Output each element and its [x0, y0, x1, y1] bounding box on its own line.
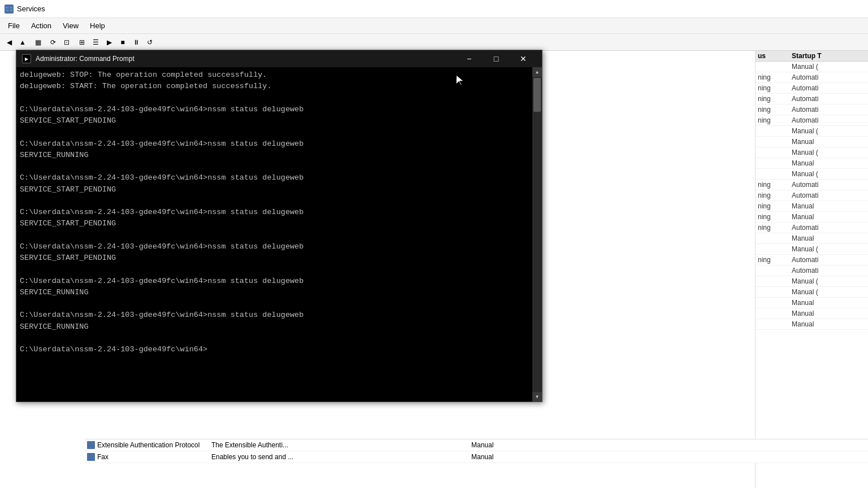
partial-row[interactable]: Manual: [756, 137, 868, 147]
partial-row[interactable]: Manual: [756, 233, 868, 244]
row-status: ning: [756, 255, 789, 265]
toolbar-stop[interactable]: ■: [116, 36, 129, 49]
toolbar-list[interactable]: ☰: [89, 36, 102, 49]
partial-row[interactable]: Manual: [756, 298, 868, 308]
partial-row[interactable]: ning Automati: [756, 83, 868, 94]
partial-row[interactable]: ning Automati: [756, 180, 868, 190]
close-button[interactable]: ✕: [510, 50, 536, 67]
row-startup: Manual (: [789, 244, 868, 254]
partial-row[interactable]: ning Automati: [756, 72, 868, 83]
scroll-track[interactable]: [532, 77, 542, 392]
toolbar-up[interactable]: ▲: [16, 36, 29, 49]
partial-table-header: us Startup T: [756, 51, 868, 62]
bottom-service-row[interactable]: Extensible Authentication Protocol The E…: [85, 439, 868, 451]
partial-row[interactable]: ning Manual: [756, 201, 868, 212]
partial-row[interactable]: ning Automati: [756, 223, 868, 233]
toolbar-back[interactable]: ◀: [3, 36, 15, 49]
row-status: [756, 137, 789, 147]
scroll-down-button[interactable]: ▼: [532, 392, 542, 402]
row-status: [756, 147, 789, 158]
bottom-service-rows: Extensible Authentication Protocol The E…: [85, 439, 868, 463]
menu-help[interactable]: Help: [84, 20, 111, 31]
partial-row[interactable]: Manual: [756, 308, 868, 319]
row-startup: Manual (: [789, 287, 868, 297]
services-icon: [5, 5, 14, 14]
row-status: ning: [756, 201, 789, 211]
partial-row[interactable]: Manual (: [756, 147, 868, 158]
services-partial-table: us Startup T Manual ( ning Automati ning…: [755, 51, 868, 488]
col-header-startup: Startup T: [789, 51, 868, 61]
row-startup: Automati: [789, 83, 868, 93]
toolbar-properties[interactable]: ⊞: [76, 36, 88, 49]
svc-desc: Enables you to send and ...: [209, 452, 424, 461]
partial-row[interactable]: ning Automati: [756, 94, 868, 104]
toolbar-restart[interactable]: ↺: [144, 36, 156, 49]
partial-row[interactable]: Automati: [756, 265, 868, 276]
row-startup: Manual: [789, 233, 868, 243]
partial-row[interactable]: Manual: [756, 158, 868, 169]
row-status: ning: [756, 190, 789, 201]
scroll-thumb[interactable]: [533, 78, 541, 112]
row-startup: Automati: [789, 72, 868, 82]
partial-row[interactable]: Manual (: [756, 244, 868, 255]
cmd-titlebar[interactable]: Administrator: Command Prompt − □ ✕: [16, 50, 542, 67]
partial-row[interactable]: ning Automati: [756, 104, 868, 115]
menu-file[interactable]: File: [2, 20, 25, 31]
scroll-up-button[interactable]: ▲: [532, 67, 542, 77]
row-status: [756, 265, 789, 276]
row-status: ning: [756, 223, 789, 233]
svc-name: Extensible Authentication Protocol: [85, 441, 209, 450]
row-status: [756, 319, 789, 329]
toolbar-export[interactable]: ⊡: [60, 36, 73, 49]
toolbar-show-hide[interactable]: ▦: [30, 36, 46, 49]
partial-row[interactable]: Manual (: [756, 276, 868, 287]
minimize-button[interactable]: −: [456, 50, 482, 67]
services-menubar: File Action View Help: [0, 18, 868, 34]
menu-action[interactable]: Action: [25, 20, 57, 31]
cmd-content-area: delugeweb: STOP: The operation completed…: [16, 67, 542, 402]
row-startup: Manual (: [789, 147, 868, 158]
svg-rect-0: [6, 7, 8, 8]
services-titlebar: Services: [0, 0, 868, 18]
partial-row[interactable]: Manual (: [756, 287, 868, 298]
window-controls: − □ ✕: [456, 50, 536, 67]
row-status: [756, 287, 789, 297]
row-startup: Manual: [789, 212, 868, 222]
cmd-text-area[interactable]: delugeweb: STOP: The operation completed…: [16, 67, 532, 402]
svc-startup: Manual: [469, 452, 868, 461]
row-startup: Manual (: [789, 126, 868, 136]
bottom-service-row[interactable]: Fax Enables you to send and ... Manual: [85, 451, 868, 463]
row-startup: Automati: [789, 255, 868, 265]
partial-rows: Manual ( ning Automati ning Automati nin…: [756, 62, 868, 330]
col-header-status: us: [756, 51, 789, 61]
partial-row[interactable]: Manual (: [756, 169, 868, 180]
svc-name: Fax: [85, 452, 209, 461]
partial-row[interactable]: ning Automati: [756, 255, 868, 265]
row-startup: Automati: [789, 115, 868, 125]
partial-row[interactable]: ning Automati: [756, 115, 868, 126]
partial-row[interactable]: ning Automati: [756, 190, 868, 201]
row-startup: Automati: [789, 223, 868, 233]
svc-startup: Manual: [469, 441, 868, 450]
row-status: [756, 244, 789, 254]
cmd-icon: [22, 54, 31, 63]
partial-row[interactable]: Manual (: [756, 62, 868, 72]
row-status: ning: [756, 180, 789, 190]
maximize-button[interactable]: □: [483, 50, 509, 67]
cmd-scrollbar[interactable]: ▲ ▼: [532, 67, 542, 402]
row-startup: Manual: [789, 158, 868, 168]
row-startup: Manual (: [789, 276, 868, 286]
toolbar-play[interactable]: ▶: [103, 36, 115, 49]
toolbar-refresh[interactable]: ⟳: [47, 36, 59, 49]
row-startup: Automati: [789, 265, 868, 276]
partial-row[interactable]: Manual: [756, 319, 868, 330]
partial-row[interactable]: ning Manual: [756, 212, 868, 223]
partial-row[interactable]: Manual (: [756, 126, 868, 137]
bottom-services-area: Extensible Authentication Protocol The E…: [85, 439, 868, 463]
row-startup: Manual: [789, 137, 868, 147]
toolbar-pause[interactable]: ⏸: [130, 36, 142, 49]
row-status: [756, 158, 789, 168]
svc-desc: The Extensible Authenti...: [209, 441, 424, 450]
menu-view[interactable]: View: [57, 20, 84, 31]
row-status: [756, 276, 789, 286]
